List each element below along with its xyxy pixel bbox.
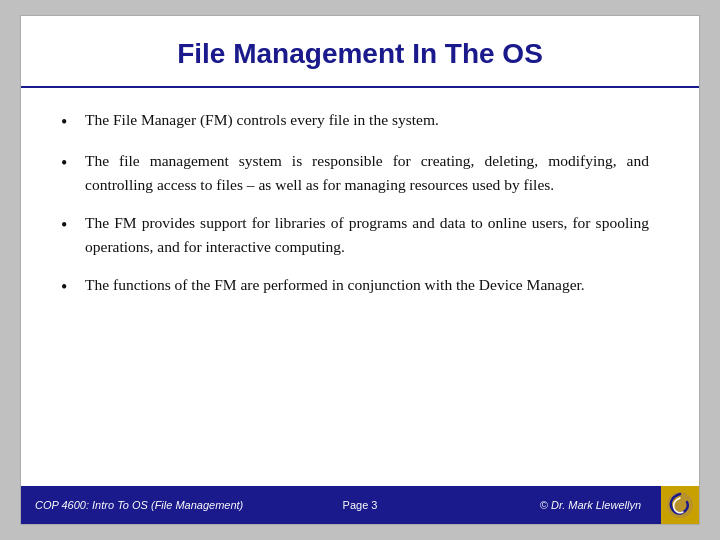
footer-copyright: © Dr. Mark Llewellyn [540,499,641,511]
slide: File Management In The OS • The File Man… [20,15,700,525]
footer-logo [661,486,699,524]
slide-title: File Management In The OS [21,16,699,88]
footer-page: Page 3 [343,499,378,511]
bullet-dot-3: • [61,212,79,238]
bullet-item-2: • The file management system is responsi… [61,149,649,197]
bullet-dot-4: • [61,274,79,300]
bullet-item-4: • The functions of the FM are performed … [61,273,649,300]
slide-footer: COP 4600: Intro To OS (File Management) … [21,486,699,524]
bullet-text-3: The FM provides support for libraries of… [85,211,649,259]
bullet-text-4: The functions of the FM are performed in… [85,273,649,297]
bullet-text-2: The file management system is responsibl… [85,149,649,197]
footer-course: COP 4600: Intro To OS (File Management) [35,499,243,511]
slide-content: • The File Manager (FM) controls every f… [21,88,699,486]
bullet-text-1: The File Manager (FM) controls every fil… [85,108,649,132]
bullet-item-3: • The FM provides support for libraries … [61,211,649,259]
bullet-dot-2: • [61,150,79,176]
bullet-dot-1: • [61,109,79,135]
bullet-item-1: • The File Manager (FM) controls every f… [61,108,649,135]
